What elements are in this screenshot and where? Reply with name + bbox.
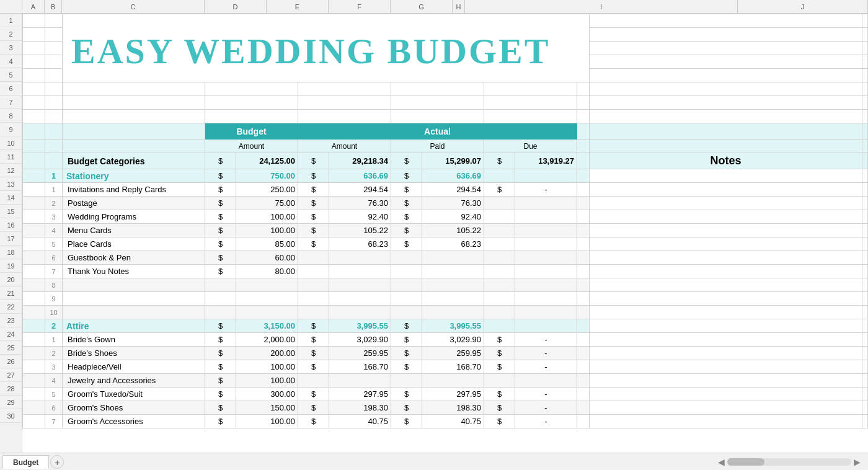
sub-header-row: Amount Amount Paid Due <box>23 140 868 153</box>
budget-amount-header: Amount <box>205 140 298 153</box>
app-wrapper: A B C D E F G H I J 1 2 3 4 5 6 7 8 9 10… <box>0 0 868 470</box>
col-header-B[interactable]: B <box>45 0 62 13</box>
paid-val: 15,299.07 <box>422 153 484 169</box>
scrollbar-thumb[interactable] <box>727 458 764 466</box>
due-sign: $ <box>484 153 515 169</box>
col-header-D[interactable]: D <box>205 0 267 13</box>
title-row: EASY WEDDING BUDGET <box>23 14 868 28</box>
actual-amount-sign: $ <box>298 153 329 169</box>
col-header-C[interactable]: C <box>62 0 205 13</box>
main-area: 1 2 3 4 5 6 7 8 9 10 11 12 13 14 15 16 1… <box>0 14 868 453</box>
due-val: 13,919.27 <box>515 153 577 169</box>
col-header-J[interactable]: J <box>738 0 868 13</box>
item-row-grooms-accessories: 7 Groom's Accessories $ 100.00 $ 40.75 $… <box>23 415 868 428</box>
paid-header: Paid <box>391 140 484 153</box>
item-row-thankyou: 7 Thank You Notes $ 80.00 <box>23 265 868 278</box>
item-row-guestbook: 6 Guestbook & Pen $ 60.00 <box>23 251 868 265</box>
empty-row-7 <box>23 96 868 110</box>
item-row-menu-cards: 4 Menu Cards $ 100.00 $ 105.22 $ 105.22 <box>23 224 868 237</box>
empty-row-20: 8 <box>23 278 868 292</box>
budget-total-val: 24,125.00 <box>236 153 298 169</box>
category-row-attire: 2 Attire $ 3,150.00 $ 3,995.55 $ 3,995.5… <box>23 319 868 333</box>
notes-header: Notes <box>590 153 862 169</box>
section-header-row: Budget Actual <box>23 123 868 140</box>
col-header-A[interactable]: A <box>22 0 45 13</box>
summary-row: Budget Categories $ 24,125.00 $ 29,218.3… <box>23 153 868 169</box>
empty-row-8 <box>23 110 868 123</box>
item-row-place-cards: 5 Place Cards $ 85.00 $ 68.23 $ 68.23 <box>23 237 868 251</box>
scroll-left-btn[interactable]: ◀ <box>718 457 725 467</box>
category-row-stationery: 1 Stationery $ 750.00 $ 636.69 $ 636.69 <box>23 169 868 183</box>
item-row-postage: 2 Postage $ 75.00 $ 76.30 $ 76.30 <box>23 197 868 210</box>
page-title: EASY WEDDING BUDGET <box>71 31 550 71</box>
item-row-headpiece: 3 Headpiece/Veil $ 100.00 $ 168.70 $ 168… <box>23 360 868 374</box>
budget-categories-label: Budget Categories <box>63 153 205 169</box>
spreadsheet-table: EASY WEDDING BUDGET <box>22 14 868 428</box>
item-row-brides-gown: 1 Bride's Gown $ 2,000.00 $ 3,029.90 $ 3… <box>23 333 868 347</box>
item-row-programs: 3 Wedding Programs $ 100.00 $ 92.40 $ 92… <box>23 210 868 224</box>
paid-sign: $ <box>391 153 422 169</box>
item-row-brides-shoes: 2 Bride's Shoes $ 200.00 $ 259.95 $ 259.… <box>23 347 868 360</box>
scrollbar-area: ◀ ▶ <box>64 457 866 467</box>
actual-amount-header: Amount <box>298 140 391 153</box>
budget-total-sign: $ <box>205 153 236 169</box>
item-row-tuxedo: 5 Groom's Tuxedo/Suit $ 300.00 $ 297.95 … <box>23 388 868 401</box>
col-header-E[interactable]: E <box>267 0 329 13</box>
col-header-F[interactable]: F <box>329 0 391 13</box>
scroll-right-btn[interactable]: ▶ <box>854 457 861 467</box>
tab-bar: Budget + ◀ ▶ <box>0 453 868 470</box>
col-header-H[interactable]: H <box>453 0 465 13</box>
item-row-invitations: 1 Invitations and Reply Cards $ 250.00 $… <box>23 183 868 197</box>
budget-tab[interactable]: Budget <box>2 455 49 469</box>
empty-row-21: 9 <box>23 292 868 306</box>
col-header-I[interactable]: I <box>465 0 738 13</box>
actual-amount-val: 29,218.34 <box>329 153 391 169</box>
empty-row-6 <box>23 82 868 96</box>
col-header-G[interactable]: G <box>391 0 453 13</box>
item-row-grooms-shoes: 6 Groom's Shoes $ 150.00 $ 198.30 $ 198.… <box>23 401 868 415</box>
empty-row-22: 10 <box>23 306 868 319</box>
due-header: Due <box>484 140 577 153</box>
column-header-row: A B C D E F G H I J <box>0 0 868 14</box>
sheet-content[interactable]: EASY WEDDING BUDGET <box>22 14 868 453</box>
header-corner <box>0 0 22 13</box>
add-sheet-button[interactable]: + <box>50 455 64 469</box>
budget-header: Budget <box>205 123 298 140</box>
item-row-jewelry: 4 Jewelry and Accessories $ 100.00 <box>23 374 868 388</box>
row-numbers: 1 2 3 4 5 6 7 8 9 10 11 12 13 14 15 16 1… <box>0 14 22 453</box>
actual-header: Actual <box>298 123 577 140</box>
horizontal-scrollbar[interactable] <box>727 458 851 466</box>
